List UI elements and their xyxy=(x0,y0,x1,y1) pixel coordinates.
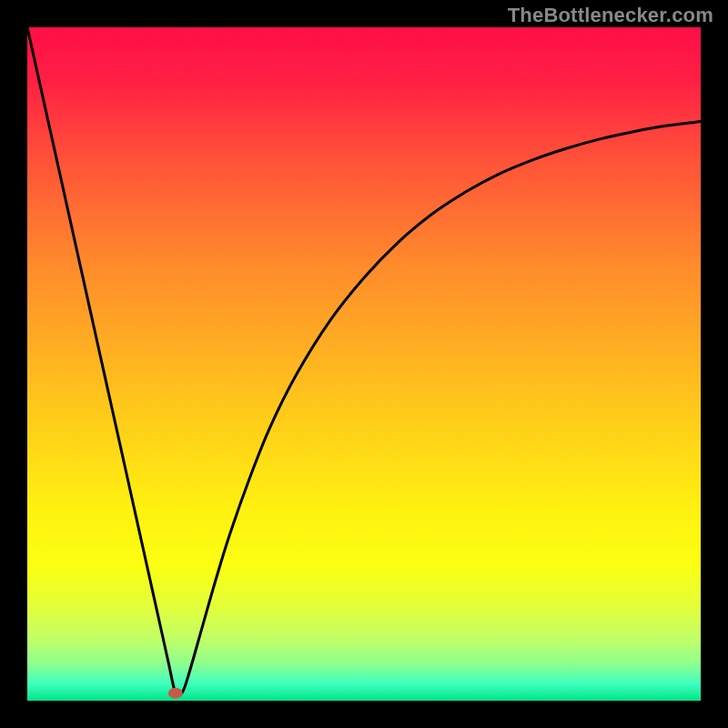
gradient-bg xyxy=(27,27,701,701)
watermark-label: TheBottlenecker.com xyxy=(508,4,713,27)
bottleneck-marker xyxy=(168,688,183,699)
chart-frame: TheBottlenecker.com xyxy=(0,0,728,728)
chart-svg xyxy=(27,27,701,701)
plot-area xyxy=(27,27,701,701)
